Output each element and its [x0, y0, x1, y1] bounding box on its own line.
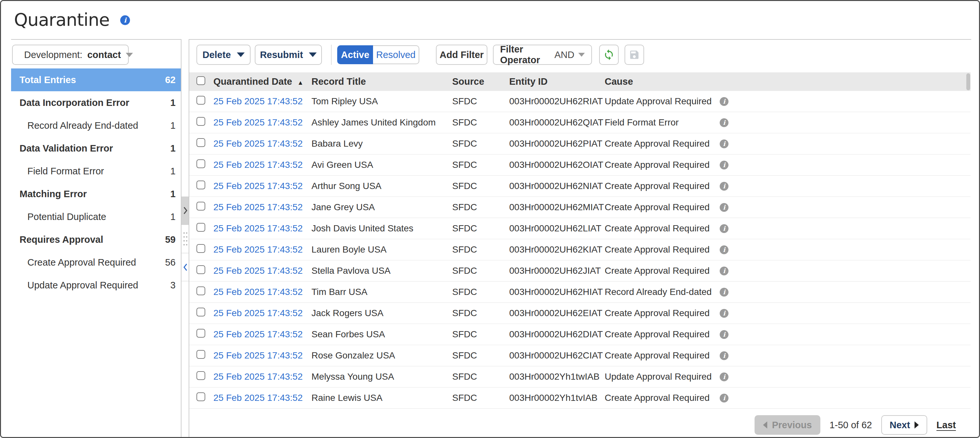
refresh-button[interactable]: [599, 45, 619, 65]
splitter-drag-handle[interactable]: [181, 225, 189, 253]
row-checkbox[interactable]: [196, 371, 205, 380]
resubmit-button[interactable]: Resubmit: [255, 45, 322, 65]
quarantined-date-link[interactable]: 25 Feb 2025 17:43:52: [213, 350, 312, 361]
info-icon[interactable]: [720, 288, 729, 296]
sidebar-item-potential-duplicate[interactable]: Potential Duplicate 1: [11, 205, 181, 228]
filter-operator-dropdown[interactable]: Filter Operator AND: [493, 45, 592, 65]
quarantined-date-link[interactable]: 25 Feb 2025 17:43:52: [213, 266, 312, 276]
table-row: 25 Feb 2025 17:43:52 Tim Barr USA SFDC 0…: [189, 282, 970, 303]
entity-id-cell: 003Hr00002UH62QIAT: [509, 117, 605, 128]
record-title-cell: Raine Lewis USA: [312, 393, 452, 403]
row-checkbox[interactable]: [196, 392, 205, 401]
info-icon[interactable]: [720, 309, 729, 318]
sidebar-item-field-format-error[interactable]: Field Format Error 1: [11, 160, 181, 183]
info-icon[interactable]: [720, 118, 729, 127]
sidebar-item-requires-approval[interactable]: Requires Approval 59: [11, 228, 181, 251]
row-checkbox[interactable]: [196, 96, 205, 105]
entity-id-cell: 003Hr00002UH62OIAT: [509, 160, 605, 170]
sidebar-item-update-approval-required[interactable]: Update Approval Required 3: [11, 274, 181, 296]
sort-asc-icon: [298, 79, 304, 86]
tab-active[interactable]: Active: [337, 45, 373, 64]
info-icon[interactable]: [720, 224, 729, 233]
table-row: 25 Feb 2025 17:43:52 Rose Gonzalez USA S…: [189, 345, 970, 366]
info-icon[interactable]: [720, 161, 729, 169]
quarantined-date-link[interactable]: 25 Feb 2025 17:43:52: [213, 287, 312, 297]
chevron-down-icon: [237, 53, 245, 57]
tab-resolved[interactable]: Resolved: [373, 45, 419, 64]
row-checkbox[interactable]: [196, 265, 205, 274]
quarantined-date-link[interactable]: 25 Feb 2025 17:43:52: [213, 202, 312, 212]
add-filter-button[interactable]: Add Filter: [436, 45, 487, 65]
row-checkbox[interactable]: [196, 350, 205, 359]
entity-id-cell: 003Hr00002UH62HIAT: [509, 287, 605, 297]
quarantined-date-link[interactable]: 25 Feb 2025 17:43:52: [213, 181, 312, 191]
table-scrollbar-thumb[interactable]: [966, 73, 970, 90]
quarantined-date-link[interactable]: 25 Feb 2025 17:43:52: [213, 244, 312, 255]
info-icon[interactable]: [720, 182, 729, 191]
select-all-checkbox[interactable]: [196, 76, 205, 85]
row-checkbox[interactable]: [196, 180, 205, 190]
column-header-entity-id[interactable]: Entity ID: [509, 76, 605, 87]
sidebar-expand-handle[interactable]: [181, 196, 189, 225]
row-checkbox[interactable]: [196, 287, 205, 295]
column-header-source[interactable]: Source: [452, 76, 509, 87]
quarantined-date-link[interactable]: 25 Feb 2025 17:43:52: [213, 96, 312, 107]
info-icon[interactable]: [720, 97, 729, 106]
item-count: 3: [170, 280, 176, 291]
info-icon[interactable]: [720, 267, 729, 276]
info-icon[interactable]: [720, 245, 729, 254]
cause-cell: Create Approval Required: [605, 160, 720, 170]
quarantined-date-link[interactable]: 25 Feb 2025 17:43:52: [213, 223, 312, 234]
quarantined-date-link[interactable]: 25 Feb 2025 17:43:52: [213, 160, 312, 170]
quarantined-date-link[interactable]: 25 Feb 2025 17:43:52: [213, 117, 312, 128]
row-checkbox[interactable]: [196, 138, 205, 147]
source-cell: SFDC: [452, 96, 509, 107]
delete-button[interactable]: Delete: [196, 45, 251, 65]
info-icon[interactable]: [720, 140, 729, 148]
sidebar-item-total-entries[interactable]: Total Entries 62: [11, 68, 181, 91]
row-checkbox[interactable]: [196, 244, 205, 253]
column-header-quarantined-date[interactable]: Quarantined Date: [213, 76, 312, 87]
row-checkbox[interactable]: [196, 307, 205, 317]
info-icon[interactable]: [720, 373, 729, 381]
row-checkbox[interactable]: [196, 202, 205, 210]
quarantined-date-link[interactable]: 25 Feb 2025 17:43:52: [213, 371, 312, 382]
source-selector-dropdown[interactable]: Development: contact: [12, 45, 129, 65]
info-icon[interactable]: [720, 351, 729, 360]
sidebar-item-record-already-end-dated[interactable]: Record Already End-dated 1: [11, 114, 181, 137]
next-page-button[interactable]: Next: [881, 415, 928, 435]
column-header-record-title[interactable]: Record Title: [312, 76, 452, 87]
item-count: 56: [165, 257, 176, 268]
row-checkbox[interactable]: [196, 159, 205, 168]
sidebar-item-matching-error[interactable]: Matching Error 1: [11, 183, 181, 205]
column-header-cause[interactable]: Cause: [605, 76, 720, 87]
record-title-cell: Sean Forbes USA: [312, 329, 452, 339]
row-checkbox[interactable]: [196, 223, 205, 232]
quarantined-date-link[interactable]: 25 Feb 2025 17:43:52: [213, 308, 312, 319]
record-title-cell: Melyssa Young USA: [312, 371, 452, 382]
row-checkbox[interactable]: [196, 117, 205, 126]
row-checkbox[interactable]: [196, 329, 205, 338]
info-icon[interactable]: [720, 394, 729, 403]
previous-page-button[interactable]: Previous: [754, 415, 820, 435]
source-cell: SFDC: [452, 308, 509, 319]
source-cell: SFDC: [452, 202, 509, 212]
page-info-icon[interactable]: [120, 15, 130, 25]
arrow-right-icon: [915, 421, 919, 428]
quarantined-date-link[interactable]: 25 Feb 2025 17:43:52: [213, 139, 312, 149]
sidebar-item-data-incorporation-error[interactable]: Data Incorporation Error 1: [11, 91, 181, 114]
sidebar-item-data-validation-error[interactable]: Data Validation Error 1: [11, 137, 181, 160]
last-page-link[interactable]: Last: [936, 420, 956, 430]
source-cell: SFDC: [452, 371, 509, 382]
quarantined-date-link[interactable]: 25 Feb 2025 17:43:52: [213, 329, 312, 339]
sidebar-item-create-approval-required[interactable]: Create Approval Required 56: [11, 251, 181, 274]
cause-cell: Create Approval Required: [605, 244, 720, 255]
entity-id-cell: 003Hr00002UH62KIAT: [509, 244, 605, 255]
cause-cell: Update Approval Required: [605, 96, 720, 107]
info-icon[interactable]: [720, 330, 729, 339]
quarantined-date-link[interactable]: 25 Feb 2025 17:43:52: [213, 393, 312, 403]
sidebar-collapse-handle[interactable]: [181, 253, 189, 281]
table-body: 25 Feb 2025 17:43:52 Tom Ripley USA SFDC…: [189, 91, 970, 409]
save-filter-button[interactable]: [625, 45, 644, 65]
info-icon[interactable]: [720, 203, 729, 212]
